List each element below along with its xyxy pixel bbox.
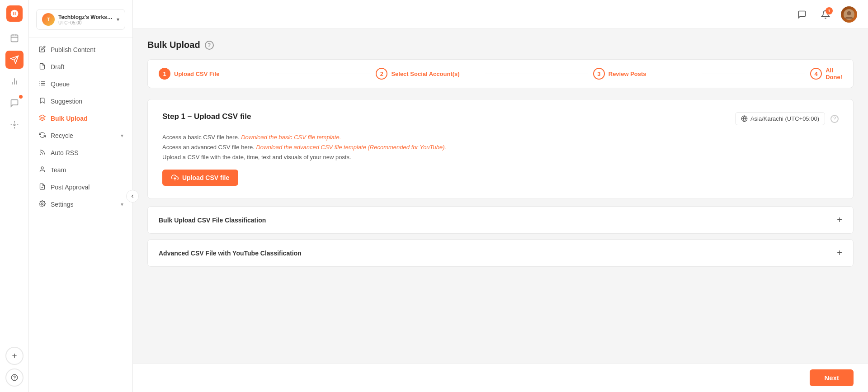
sidebar-item-suggestion[interactable]: Suggestion [29,93,132,110]
messages-button[interactable] [794,6,810,23]
step1-description: Access a basic CSV file here. Download t… [162,132,839,162]
logo-icon [10,9,19,18]
accordion-advanced-csv[interactable]: Advanced CSV File with YouTube Classific… [147,239,854,267]
recycle-chevron-icon: ▾ [121,132,123,139]
step-1-label: Upload CSV File [174,71,219,77]
timezone-selector[interactable]: Asia/Karachi (UTC+05:00) [735,112,825,125]
main-content: 1 Bulk Upload ? 1 Upload CSV File [133,0,868,392]
accordion-advanced-csv-title: Advanced CSV File with YouTube Classific… [159,250,302,257]
user-avatar[interactable] [841,6,857,23]
sidebar-item-label: Bulk Upload [51,115,88,122]
icon-bar [0,0,29,392]
next-button[interactable]: Next [810,369,854,386]
sidebar-item-label: Recycle [51,132,73,139]
sidebar-item-settings[interactable]: Settings ▾ [29,196,132,213]
settings-icon [38,200,46,208]
sidebar-item-team[interactable]: Team [29,161,132,179]
upload-btn-label: Upload CSV file [182,174,229,181]
page-help-icon[interactable]: ? [205,41,214,50]
step-3: 3 Review Posts [593,68,696,80]
nav-icon-listen[interactable] [5,116,24,134]
recycle-icon [38,132,46,140]
svg-rect-0 [11,35,18,42]
rss-icon [38,149,46,157]
step-4-label: All Done! [826,67,842,80]
upload-csv-button[interactable]: Upload CSV file [162,170,238,186]
step-2-label: Select Social Account(s) [391,71,459,77]
timezone-label: Asia/Karachi (UTC+05:00) [750,115,819,122]
sidebar-item-bulk-upload[interactable]: Bulk Upload [29,110,132,127]
nav-icon-publish[interactable] [5,51,24,69]
accordion-basic-csv-title: Bulk Upload CSV File Classification [159,217,266,224]
step1-card-header: Step 1 – Upload CSV file Asia/Karachi (U… [162,112,839,125]
step-connector-2 [485,74,588,74]
user-icon [38,166,46,174]
bookmark-icon [38,97,46,105]
workspace-name: Techblogz's Worksp... [58,14,113,20]
workspace-timezone: UTC+05:00 [58,20,113,25]
sidebar-item-label: Suggestion [51,98,82,105]
workspace-avatar: T [42,13,55,26]
workspace-chevron-icon: ▾ [117,16,119,23]
file-icon [38,63,46,71]
step-4-num: 4 [810,68,822,80]
svg-point-25 [40,154,40,154]
svg-point-9 [14,124,15,125]
sidebar-nav: Publish Content Draft Queue [29,38,132,387]
step-1-num: 1 [159,68,170,80]
accordion-basic-csv[interactable]: Bulk Upload CSV File Classification + [147,206,854,234]
sidebar-item-draft[interactable]: Draft [29,58,132,76]
settings-chevron-icon: ▾ [121,201,123,208]
sidebar-item-label: Auto RSS [51,149,78,156]
accordion-basic-csv-expand-icon: + [837,215,842,225]
content-area: Bulk Upload ? 1 Upload CSV File 2 Select… [133,29,868,363]
sidebar-item-queue[interactable]: Queue [29,76,132,93]
step-3-num: 3 [593,68,605,80]
steps-bar: 1 Upload CSV File 2 Select Social Accoun… [147,59,854,88]
nav-icon-help[interactable] [5,368,24,387]
upload-icon [171,174,179,181]
page-title-row: Bulk Upload ? [147,40,854,50]
svg-point-27 [41,203,43,205]
sidebar-item-auto-rss[interactable]: Auto RSS [29,144,132,161]
sidebar-item-label: Team [51,166,66,174]
sidebar-header: T Techblogz's Worksp... UTC+05:00 ▾ [29,5,132,38]
nav-icon-engage[interactable] [5,94,24,112]
topbar: 1 [133,0,868,29]
sidebar-item-publish-content[interactable]: Publish Content [29,41,132,58]
advanced-csv-link[interactable]: Download the advanced CSV file template … [256,144,446,151]
sidebar-item-label: Queue [51,80,70,88]
globe-icon [741,115,748,122]
workspace-info: Techblogz's Worksp... UTC+05:00 [58,14,113,25]
list-icon [38,80,46,88]
accordion-advanced-csv-expand-icon: + [837,248,842,258]
step-connector-3 [702,74,805,74]
sidebar-item-label: Draft [51,63,64,71]
layers-icon [38,114,46,123]
svg-marker-24 [39,115,45,118]
workspace-selector[interactable]: T Techblogz's Worksp... UTC+05:00 ▾ [36,9,125,30]
step1-title: Step 1 – Upload CSV file [162,112,251,121]
nav-icon-add[interactable] [5,347,24,365]
svg-point-29 [847,11,851,15]
nav-icon-calendar[interactable] [5,29,24,47]
file-check-icon [38,183,46,191]
step1-card: Step 1 – Upload CSV file Asia/Karachi (U… [147,99,854,199]
step-connector-1 [267,74,370,74]
basic-csv-link[interactable]: Download the basic CSV file template. [241,134,341,141]
sidebar-item-label: Settings [51,201,74,208]
sidebar-item-label: Post Approval [51,184,90,191]
nav-icon-analytics[interactable] [5,72,24,90]
notification-badge: 1 [826,7,833,14]
notifications-button[interactable]: 1 [817,6,834,23]
edit-icon [38,46,46,54]
bottom-bar: Next [133,363,868,392]
app-logo[interactable] [6,5,23,22]
sidebar-collapse-button[interactable] [126,190,139,203]
sidebar-item-post-approval[interactable]: Post Approval [29,179,132,196]
step-1: 1 Upload CSV File [159,68,262,80]
svg-point-26 [41,167,43,169]
timezone-help-icon[interactable]: ? [830,115,839,123]
sidebar-item-recycle[interactable]: Recycle ▾ [29,127,132,144]
step-4: 4 All Done! [810,67,842,80]
